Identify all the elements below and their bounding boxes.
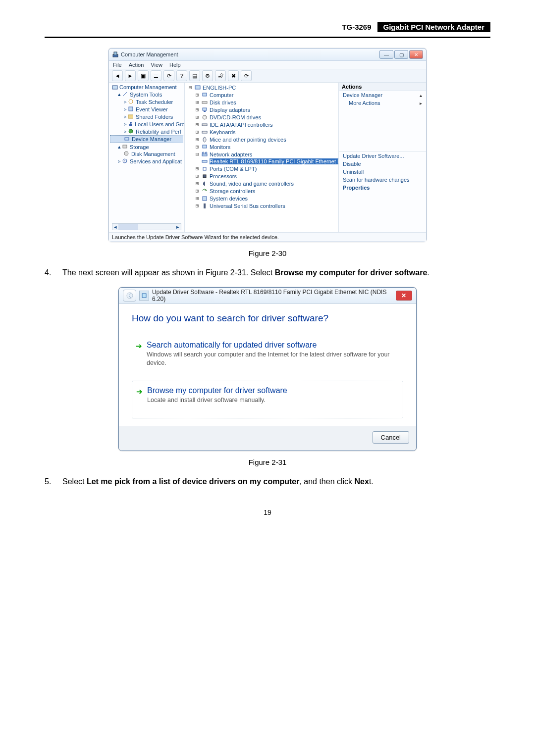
svg-rect-16 [202, 101, 207, 103]
tree-shared-folders[interactable]: ▹ Shared Folders [110, 113, 183, 120]
device-nic-selected[interactable]: Realtek RTL 8169/8110 Family PCI Gigabit… [187, 158, 336, 165]
tree-reliability[interactable]: ▹ Reliability and Perf [110, 128, 183, 135]
option2-desc: Locate and install driver software manua… [147, 396, 396, 404]
device-display[interactable]: ⊞Display adapters [187, 106, 336, 113]
device-ide[interactable]: ⊞IDE ATA/ATAPI controllers [187, 121, 336, 128]
action-disable[interactable]: Disable [339, 160, 426, 168]
device-monitors[interactable]: ⊞Monitors [187, 143, 336, 151]
menu-help[interactable]: Help [169, 62, 181, 68]
svg-point-8 [129, 129, 133, 133]
svg-rect-9 [125, 138, 129, 140]
menu-action[interactable]: Action [129, 62, 144, 68]
svg-rect-24 [203, 145, 207, 148]
action-scan[interactable]: Scan for hardware changes [339, 176, 426, 184]
action-properties[interactable]: Properties [339, 184, 426, 192]
help-button[interactable]: ? [176, 70, 187, 81]
svg-rect-28 [202, 160, 207, 162]
svg-rect-2 [112, 86, 117, 89]
device-keyboards[interactable]: ⊞Keyboards [187, 128, 336, 136]
window-titlebar[interactable]: Computer Management — ▢ ✕ [109, 49, 426, 61]
scroll-left-icon[interactable]: ◂ [112, 224, 118, 230]
properties-button[interactable]: ▤ [189, 70, 200, 81]
update-driver-window: Update Driver Software - Realtek RTL 816… [118, 287, 417, 451]
device-processors[interactable]: ⊞Processors [187, 172, 336, 180]
menu-view[interactable]: View [151, 62, 162, 68]
uninstall-icon[interactable]: ✖ [228, 70, 239, 81]
dialog-titlebar[interactable]: Update Driver Software - Realtek RTL 816… [119, 288, 416, 304]
device-pc[interactable]: ⊟ENGLISH-PC [187, 84, 336, 91]
device-disk[interactable]: ⊞Disk drives [187, 99, 336, 106]
rescan-icon[interactable]: ⟳ [241, 70, 252, 81]
hardware-icon [139, 291, 149, 301]
device-network[interactable]: ⊟Network adapters [187, 151, 336, 158]
svg-line-32 [205, 190, 206, 191]
keyboard-icon [202, 129, 208, 135]
device-computer[interactable]: ⊞Computer [187, 91, 336, 99]
device-storage-ctrl[interactable]: ⊞Storage controllers [187, 187, 336, 195]
back-button-icon[interactable] [123, 290, 136, 302]
svg-rect-5 [128, 115, 133, 118]
svg-point-11 [124, 151, 128, 155]
tree-device-manager[interactable]: Device Manager [110, 135, 183, 143]
tree-root[interactable]: Computer Management [110, 84, 183, 91]
tree-services[interactable]: ▹ Services and Applicat [110, 157, 183, 165]
svg-rect-21 [202, 124, 207, 126]
system-icon [202, 196, 208, 202]
up-button[interactable]: ▣ [138, 70, 149, 81]
scroll-right-icon[interactable]: ▸ [175, 224, 181, 230]
tree-disk-management[interactable]: Disk Management [110, 151, 183, 157]
usb-icon [202, 203, 208, 209]
back-button[interactable]: ◄ [112, 70, 123, 81]
window-icon [112, 51, 119, 58]
option-browse[interactable]: ➔ Browse my computer for driver software… [132, 381, 403, 418]
cpu-icon [202, 173, 208, 179]
actions-header: Actions [339, 83, 426, 91]
device-sound[interactable]: ⊞Sound, video and game controllers [187, 180, 336, 187]
scroll-thumb[interactable] [118, 224, 138, 230]
scan-icon[interactable]: ☰ [151, 70, 161, 81]
action-update[interactable]: Update Driver Software... [339, 152, 426, 160]
disable-icon[interactable]: ⮵ [215, 70, 226, 81]
tree-event-viewer[interactable]: ▹ Event Viewer [110, 105, 183, 113]
tree-storage[interactable]: ▴ Storage [110, 143, 183, 151]
computer-icon [202, 92, 208, 98]
menu-file[interactable]: File [113, 62, 122, 68]
collapse-icon: ▴ [420, 93, 422, 98]
option-search-auto[interactable]: ➔ Search automatically for updated drive… [132, 336, 403, 374]
device-ports[interactable]: ⊞Ports (COM & LPT) [187, 165, 336, 172]
dialog-close-button[interactable]: ✕ [396, 291, 412, 301]
device-system[interactable]: ⊞System devices [187, 195, 336, 202]
update-icon[interactable]: ⚙ [202, 70, 213, 81]
close-button[interactable]: ✕ [409, 50, 423, 59]
device-dvd[interactable]: ⊞DVD/CD-ROM drives [187, 113, 336, 121]
action-uninstall[interactable]: Uninstall [339, 168, 426, 176]
refresh-button[interactable]: ⟳ [163, 70, 174, 81]
svg-point-13 [124, 160, 125, 161]
ports-icon [202, 166, 208, 172]
svg-rect-4 [129, 107, 133, 111]
svg-point-6 [130, 122, 132, 124]
minimize-button[interactable]: — [379, 50, 393, 59]
arrow-icon: ➔ [136, 342, 142, 351]
tree-local-users[interactable]: ▹ Local Users and Gro [110, 120, 183, 128]
svg-rect-25 [202, 154, 207, 156]
tree-task-scheduler[interactable]: ▹ Task Scheduler [110, 98, 183, 105]
svg-rect-17 [203, 108, 207, 110]
maximize-button[interactable]: ▢ [394, 50, 408, 59]
action-device-manager[interactable]: Device Manager▴ [339, 91, 426, 99]
svg-rect-22 [202, 131, 207, 133]
svg-rect-33 [203, 197, 207, 201]
cancel-button[interactable]: Cancel [373, 431, 409, 444]
left-tree: Computer Management ▴ System Tools ▹ Tas… [109, 83, 185, 232]
tree-system-tools[interactable]: ▴ System Tools [110, 91, 183, 98]
svg-rect-15 [203, 93, 207, 96]
monitor-icon [202, 144, 208, 150]
device-usb[interactable]: ⊞Universal Serial Bus controllers [187, 202, 336, 209]
action-more[interactable]: More Actions▸ [339, 99, 426, 107]
device-mice[interactable]: ⊞Mice and other pointing devices [187, 136, 336, 143]
svg-point-20 [204, 117, 205, 118]
forward-button[interactable]: ► [125, 70, 136, 81]
left-scrollbar[interactable]: ◂ ▸ [112, 223, 181, 230]
storage-icon [122, 144, 128, 150]
figure-caption-2: Figure 2-31 [45, 458, 490, 466]
